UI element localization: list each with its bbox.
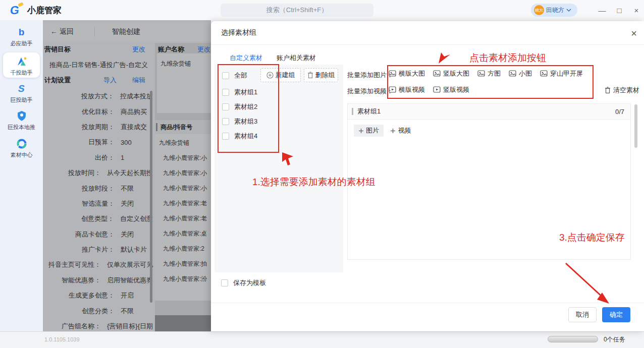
product-list-item[interactable]: 九维杂货铺 (159, 135, 189, 150)
batch-video-options: 横版视频 竖版视频 (389, 85, 469, 94)
group-label: 素材组3 (234, 117, 257, 126)
field-value: 不限 (121, 307, 134, 316)
sidebar-item-jutou-assistant[interactable]: S 巨投助手 (0, 83, 43, 104)
add-image-chip[interactable]: 图片 (354, 125, 384, 137)
clear-material-button[interactable]: 清空素材 (605, 86, 639, 95)
group-checkbox[interactable] (222, 89, 229, 96)
product-list-item[interactable]: 九维小鹿管家:老 (163, 196, 207, 211)
annotation-arrow-to-confirm-icon (562, 260, 614, 309)
field-value: 控成本投放 (120, 92, 153, 101)
add-horizontal-video-button[interactable]: 横版视频 (389, 85, 425, 94)
product-list-item[interactable]: 九维小鹿管家:小 (163, 165, 207, 181)
annotation-cursor-arrow-icon (437, 49, 451, 65)
tab-account-material[interactable]: 账户相关素材 (277, 53, 316, 63)
window-close-button[interactable]: × (630, 4, 643, 16)
delete-group-button[interactable]: 删除组 (304, 68, 338, 82)
marketing-goal-change-link[interactable]: 更改 (132, 45, 145, 54)
select-all-checkbox[interactable] (222, 72, 229, 79)
field-row: 出价：1 (43, 150, 153, 165)
product-list-item[interactable]: 九维小鹿管家:2 (163, 241, 204, 256)
field-row: 投放时间：从今天起长期投 (43, 165, 153, 181)
product-list-item[interactable]: 九维小鹿管家:汾 (163, 271, 207, 286)
top-bar: G 小鹿管家 搜索（Ctrl+Shift+F） 晓方 田晓方 — □ × (0, 0, 644, 20)
plus-icon (358, 128, 364, 134)
modal-scrollbar[interactable] (634, 104, 637, 148)
add-video-chip[interactable]: 视频 (386, 125, 415, 137)
group-row[interactable]: 素材组4 (222, 131, 257, 142)
group-row[interactable]: 素材组3 (222, 116, 257, 127)
group-row[interactable]: 素材组2 (222, 101, 257, 112)
add-splash-image-button[interactable]: 穿山甲开屏 (540, 69, 583, 78)
user-menu[interactable]: 晓方 田晓方 (531, 4, 577, 17)
product-list-item[interactable]: 九维小鹿管家:老 (163, 211, 207, 226)
dialog-close-icon[interactable]: × (628, 27, 640, 39)
sidebar-item-biying-assistant[interactable]: b 必应助手 (0, 26, 43, 47)
sidebar-item-qiantou-assistant[interactable]: 千投助手 (0, 55, 43, 77)
shield-location-icon (17, 110, 27, 122)
account-change-link[interactable]: 更改 (197, 45, 210, 54)
option-label: 竖版大图 (443, 69, 469, 78)
field-label: 抖音主页可见性： (48, 260, 101, 269)
marketing-goal-label: 营销目标 (44, 45, 71, 54)
batch-image-options: 横版大图 竖版大图 方图 小图 穿山甲开屏 (389, 69, 583, 78)
select-all-row[interactable]: 全部 (222, 70, 247, 81)
group-checkbox[interactable] (222, 103, 229, 110)
add-horizontal-image-button[interactable]: 横版大图 (389, 69, 425, 78)
sidebar-item-label: 千投助手 (0, 69, 43, 77)
field-label: 投放周期： (82, 123, 115, 132)
delete-group-label: 删除组 (315, 71, 335, 80)
batch-add-video-label: 批量添加视频： (347, 87, 393, 96)
sidebar-item-label: 必应助手 (0, 40, 43, 47)
sidebar-item-jutou-local[interactable]: 巨投本地推 (0, 110, 43, 131)
window-maximize-button[interactable]: □ (613, 4, 626, 16)
product-list-item[interactable]: 九维小鹿管家:桌 (163, 226, 207, 241)
material-center-icon (16, 138, 27, 149)
sidebar-item-material-center[interactable]: 素材中心 (0, 138, 43, 159)
add-small-image-button[interactable]: 小图 (509, 69, 532, 78)
field-label: 出价： (95, 153, 115, 162)
cancel-button[interactable]: 取消 (568, 307, 597, 322)
new-group-button[interactable]: 新建组 (260, 68, 301, 82)
confirm-button[interactable]: 确定 (602, 307, 630, 322)
field-label: 生成更多创意： (69, 291, 115, 300)
product-list-item[interactable]: 九维小鹿管家:拍 (163, 256, 207, 271)
image-icon (389, 70, 396, 77)
product-list-item[interactable]: 九维小鹿管家:小 (163, 150, 207, 165)
content-scrollbar[interactable] (150, 91, 152, 303)
field-value: {营销目标}{日期 (107, 322, 153, 331)
sidebar-item-label: 巨投助手 (0, 96, 43, 104)
window-minimize-button[interactable]: — (596, 4, 609, 16)
plan-edit-link[interactable]: 编辑 (132, 76, 145, 85)
option-label: 横版大图 (399, 69, 425, 78)
task-count[interactable]: 0个任务 (604, 335, 625, 344)
group-row[interactable]: 素材组1 (222, 87, 257, 98)
group-checkbox[interactable] (222, 118, 229, 125)
task-progress-bar (548, 336, 598, 342)
marketing-goal-value: 推商品-日常销售-通投广告-自定义 (49, 61, 151, 70)
back-button[interactable]: ← 返回 (50, 27, 74, 36)
material-group-card-header: 素材组1 0/7 (348, 104, 630, 120)
section-marker (156, 123, 157, 131)
product-header-label: 商品/抖音号 (160, 123, 192, 132)
trash-icon (605, 87, 611, 94)
add-vertical-image-button[interactable]: 竖版大图 (433, 69, 469, 78)
sidebar-item-label: 巨投本地推 (0, 124, 43, 131)
save-template-checkbox[interactable] (221, 279, 228, 286)
add-vertical-video-button[interactable]: 竖版视频 (433, 85, 469, 94)
tab-custom-material[interactable]: 自定义素材 (230, 53, 262, 63)
field-value: 300 (121, 139, 132, 146)
plan-import-link[interactable]: 导入 (103, 76, 117, 85)
field-value: 仅单次展示可见 (107, 260, 153, 269)
field-row: 智选流量：关闭 (43, 196, 153, 211)
add-square-image-button[interactable]: 方图 (477, 69, 501, 78)
field-value: 关闭 (121, 199, 134, 208)
video-icon (433, 86, 441, 93)
search-input[interactable]: 搜索（Ctrl+Shift+F） (221, 4, 373, 17)
group-checkbox[interactable] (222, 133, 229, 140)
field-row: 投放方式：控成本投放 (43, 89, 153, 104)
field-label: 投放方式： (81, 92, 114, 101)
status-bar: 1.0.1105.1039 0个任务 (0, 331, 644, 348)
field-label: 创意分类： (82, 307, 115, 316)
product-list-item[interactable]: 九维小鹿管家:小 (163, 181, 207, 196)
save-template-row[interactable]: 保存为模板 (221, 277, 266, 288)
